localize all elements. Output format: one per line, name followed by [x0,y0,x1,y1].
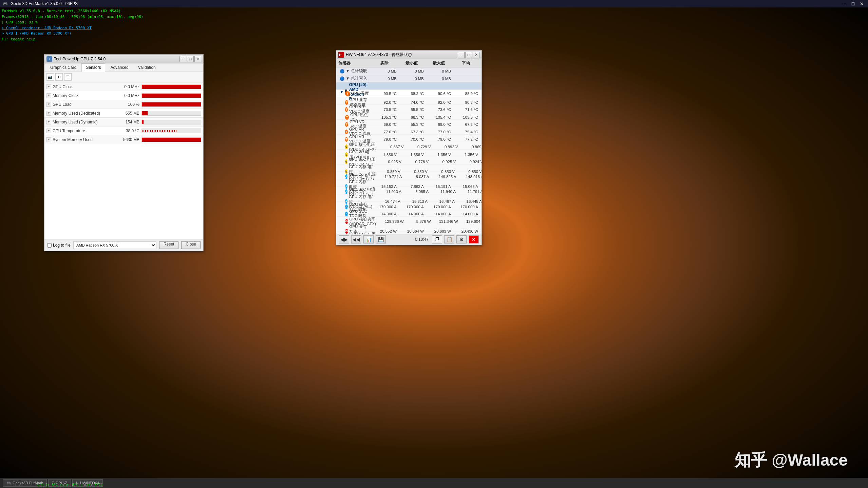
hwinfo-icon: H [338,52,344,58]
gpuz-sensors-list: ▼ GPU Clock 0.0 MHz ▼ Memory Clock 0.0 M… [44,82,203,144]
sensor-row-gpu-clock: ▼ GPU Clock 0.0 MHz [44,82,203,91]
hwinfo-export-btn[interactable]: 💾 [376,235,386,243]
overlay-line2: Frames:82915 - time:00:10:46 - FPS:96 (m… [2,14,143,20]
overlay-line1: FurMark v1.35.0.8 - Burn-in test, 2568x1… [2,8,143,14]
sensor-row-gpu-load: ▼ GPU Load 100 % [44,100,203,109]
tab-advanced[interactable]: Advanced [106,63,133,72]
sensor-dropdown-cpu-temp[interactable]: ▼ [46,129,51,133]
sensor-dropdown-sys-mem[interactable]: ▼ [46,137,51,142]
hwinfo-clock-btn[interactable]: ⏱ [432,235,442,243]
list-item: V GPU 内存 电压 (VDDCI_M...) 0.850 V 0.850 V… [336,164,482,172]
list-item: A GPU SOC TDC 限制 14.000 A 14.000 A 14.00… [336,209,482,217]
taskbar-gpu-temp: GPU 1: 8°C (min: 8°C - max: 8°C) [37,483,103,487]
hwinfo-minimize-btn[interactable]: ─ [458,52,465,58]
sensor-dropdown-mem-dedicated[interactable]: ▼ [46,111,51,116]
sensor-name-cpu-temp: ▼ CPU Temperature [46,129,114,133]
hwinfo-column-headers: 传感器 实际 最小值 最大值 平均 [336,59,482,67]
sensor-value-gpu-load: 100 % [114,102,141,107]
hwinfo-gpu-section[interactable]: ▼ GPU [#0]: AMD Radeon R... [336,82,482,90]
taskbar: 🎮 Geeks3D FurMark T GPU-Z H HWiNFO64 [0,478,868,488]
gpu-select-dropdown[interactable]: AMD Radeon RX 5700 XT [73,241,156,249]
temp-icon: T [345,130,348,134]
temp-icon: T [345,137,348,142]
amp-icon: A [345,212,348,216]
sensor-bar-fill-sys-mem [142,138,201,142]
gpuz-icon: T [46,56,52,62]
hwinfo-report-btn[interactable]: 📋 [444,235,454,243]
gpuz-reset-btn[interactable]: Reset [159,241,178,249]
sensor-bar-mem-dynamic [141,120,201,124]
volt-icon: V [345,152,348,157]
tab-graphics-card[interactable]: Graphics Card [46,63,81,72]
temp-icon: T [345,107,348,112]
col-avg: 平均 [452,60,479,66]
overlay-line6: F1: toggle help [2,37,143,42]
list-item: W GPU 核心功率 (VDDCR_GFX) 129.936 W 5.876 W… [336,217,482,224]
sensor-bar-fill-gpu-clock [142,85,201,89]
sensor-dropdown-mem-dynamic[interactable]: ▼ [46,120,51,124]
tab-sensors[interactable]: Sensors [81,63,105,72]
gpuz-empty-space [44,144,203,239]
sensor-name-gpu-clock: ▼ GPU Clock [46,84,114,89]
furmark-title-icon: 🎮 [3,1,8,6]
sensor-bar-mem-dedicated [141,111,201,116]
gpuz-menu-btn[interactable]: ☰ [64,73,72,81]
hwinfo-close-btn[interactable]: ✕ [473,52,479,58]
hwinfo-close-monitoring-btn[interactable]: ✕ [469,235,479,243]
sensor-bar-fill-cpu-temp [142,130,177,132]
svg-text:H: H [339,53,341,57]
min-total-write: 0 MB [398,77,425,81]
furmark-maximize-btn[interactable]: □ [850,1,856,6]
overlay-line4[interactable]: > OpenGL renderer: AMD Radeon RX 5700 XT [2,25,143,31]
sensor-value-mem-dedicated: 555 MB [114,111,141,116]
sensor-label-total-write: 🔵 ▼ 总计写入 [338,76,371,81]
hwinfo-nav-btn-2[interactable]: ◀◀ [351,235,361,243]
sensor-dropdown-gpu-clock[interactable]: ▼ [46,84,51,89]
gpuz-close-btn[interactable]: ✕ [194,56,201,62]
watermark: 知乎 @Wallace [735,449,848,471]
sensor-bar-gpu-load [141,102,201,107]
list-item: V GPU VR 电压 (VDDIO) 1.356 V 1.356 V 1.35… [336,150,482,157]
furmark-title: Geeks3D FurMark v1.35.0.0 - 96FPS [11,1,78,6]
hwinfo-maximize-btn[interactable]: □ [465,52,472,58]
hwinfo-time: 0:10:47 [415,237,429,242]
furmark-close-btn[interactable]: ✕ [858,1,865,6]
furmark-minimize-btn[interactable]: ─ [841,1,848,6]
tab-validation[interactable]: Validation [134,63,160,72]
sensor-bar-fill-mem-dynamic [142,120,144,124]
hwinfo-nav-btn-1[interactable]: ◀▶ [339,235,349,243]
gpuz-maximize-btn[interactable]: □ [187,56,194,62]
sensor-name-sys-mem: ▼ System Memory Used [46,137,114,142]
sensor-bar-fill-mem-dedicated [142,111,148,115]
gpuz-titlebar[interactable]: T TechPowerUp GPU-Z 2.54.0 ─ □ ✕ [44,55,203,63]
gpuz-bottom-bar: Log to file AMD Radeon RX 5700 XT Reset … [44,239,203,251]
col-sensor: 传感器 [338,60,371,66]
gpuz-title: TechPowerUp GPU-Z 2.54.0 [54,57,179,61]
log-to-file-checkbox[interactable] [47,243,52,248]
hwinfo-settings-btn[interactable]: ⚙ [456,235,467,243]
watt-icon: W [345,219,348,224]
sensor-row-cpu-temp: ▼ CPU Temperature 38.0 °C [44,126,203,135]
gpuz-refresh-btn[interactable]: ↻ [55,73,63,81]
gpuz-camera-btn[interactable]: 📷 [46,73,54,81]
hwinfo-titlebar[interactable]: H HWiNFO64 v7.30-4870 - 传感器状态 ─ □ ✕ [336,51,482,59]
sensor-dropdown-memory-clock[interactable]: ▼ [46,93,51,98]
val-total-write: 0 MB [371,77,398,81]
overlay-line5[interactable]: > GPU 1 (AMD Radeon RX 5700 XT) [2,31,143,37]
val-total-read: 0 MB [371,69,398,73]
amp-icon: A [345,189,347,194]
hwinfo-row-total-write: 🔵 ▼ 总计写入 0 MB 0 MB 0 MB [336,75,482,82]
col-actual: 实际 [371,60,398,66]
gpuz-minimize-btn[interactable]: ─ [180,56,186,62]
temp-icon: T [345,100,348,105]
temp-icon: T [345,115,349,120]
log-to-file-label[interactable]: Log to file [47,243,71,248]
volt-icon: V [345,144,348,149]
hwinfo-graph-btn[interactable]: 📊 [363,235,374,243]
max-total-write: 0 MB [425,77,452,81]
sensor-dropdown-gpu-load[interactable]: ▼ [46,102,51,107]
max-total-read: 0 MB [425,69,452,73]
list-item: A GPU 内存 电流 (VDDCI_M...) 16.474 A 15.313… [336,194,482,202]
gpuz-close-btn[interactable]: Close [181,241,201,249]
sensor-label-total-read: 🔵 ▼ 总计读取 [338,69,371,74]
